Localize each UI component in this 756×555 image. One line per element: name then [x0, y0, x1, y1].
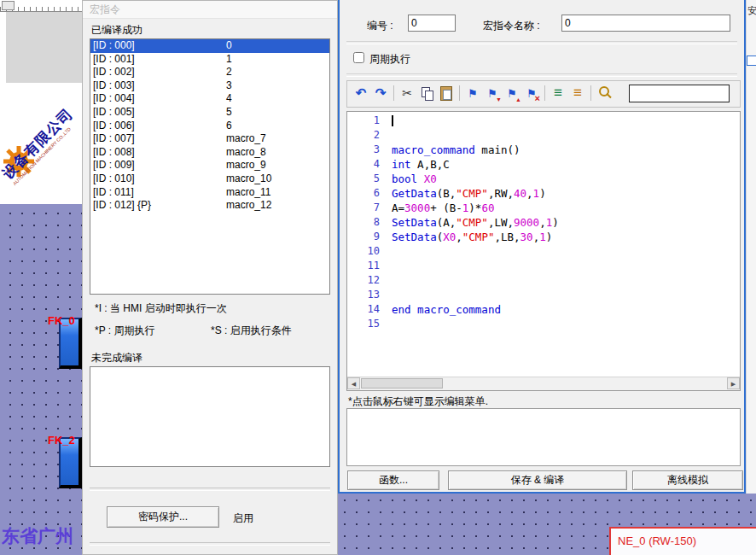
bookmark-clear-icon[interactable] — [522, 83, 541, 103]
cut-icon[interactable] — [398, 83, 416, 103]
macro-name-label: 宏指令名称 : — [483, 19, 540, 33]
undo-icon[interactable] — [352, 83, 370, 103]
note-condition: *S : 启用执行条件 — [211, 324, 292, 338]
editor-hint: *点击鼠标右键可显示编辑菜单. — [348, 394, 488, 409]
toolbar-separator — [393, 85, 394, 101]
macro-list-item[interactable]: [ID : 008]macro_8 — [90, 146, 329, 160]
toolbar-separator — [590, 85, 591, 101]
copy-icon[interactable] — [417, 83, 436, 103]
macro-list-item[interactable]: [ID : 001]1 — [90, 53, 329, 67]
message-area[interactable] — [346, 408, 741, 466]
toolbar-separator — [544, 85, 545, 101]
macro-name-input[interactable] — [561, 15, 730, 32]
redo-icon[interactable] — [371, 83, 390, 103]
separator — [346, 73, 737, 77]
fk0-label: FK_0 — [48, 314, 75, 327]
separator — [90, 542, 330, 546]
macro-list[interactable]: [ID : 000]0[ID : 001]1[ID : 002]2[ID : 0… — [90, 38, 330, 295]
macro-list-item[interactable]: [ID : 009]macro_9 — [90, 159, 329, 172]
separator — [346, 41, 737, 44]
uncompiled-header: 未完成编译 — [91, 351, 142, 365]
password-state-label: 启用 — [233, 511, 253, 526]
window-object-fk2[interactable]: FK_2 — [48, 429, 82, 490]
macro-list-item[interactable]: [ID : 002]2 — [90, 66, 329, 79]
scroll-right-button[interactable]: ▶ — [727, 377, 740, 389]
horizontal-ruler — [0, 0, 82, 12]
macro-number-label: 编号 : — [367, 19, 393, 33]
macro-list-dialog-title: 宏指令 — [83, 1, 337, 19]
periodic-checkbox-label: 周期执行 — [369, 52, 410, 67]
scrollbar-thumb[interactable] — [361, 378, 443, 388]
note-periodic: *P : 周期执行 — [95, 324, 154, 338]
periodic-checkbox[interactable] — [353, 52, 364, 63]
macro-number-input[interactable] — [408, 15, 456, 32]
save-compile-button[interactable]: 保存 & 编译 — [448, 470, 627, 490]
editor-toolbar — [346, 80, 741, 108]
compiled-header: 已编译成功 — [91, 23, 142, 38]
macro-list-item[interactable]: [ID : 005]5 — [90, 106, 329, 120]
toolbox-panel — [0, 12, 83, 83]
macro-list-item[interactable]: [ID : 000]0 — [90, 39, 329, 53]
text-cursor — [392, 115, 393, 126]
functions-button[interactable]: 函数... — [347, 470, 439, 490]
function-list-icon[interactable] — [568, 83, 587, 103]
macro-list-item[interactable]: [ID : 007]macro_7 — [90, 132, 329, 146]
scroll-left-button[interactable]: ◀ — [347, 377, 360, 389]
canvas-text-label: 东省广州 — [2, 524, 82, 548]
numeric-object-ne0[interactable]: NE_0 (RW-150) — [609, 527, 756, 555]
offline-sim-button[interactable]: 离线模拟 — [632, 470, 743, 490]
macro-list-item[interactable]: [ID : 011]macro_11 — [90, 186, 329, 200]
bookmark-toggle-icon[interactable] — [463, 83, 482, 103]
code-editor[interactable]: 123456789101112131415 macro_command main… — [346, 111, 741, 391]
macro-editor-dialog: 编号 : 宏指令名称 : 周期执行 123456789101112131415 … — [338, 0, 746, 494]
macro-list-item[interactable]: [ID : 012] {P}macro_12 — [90, 199, 329, 213]
hmi-editor-workspace: AUTOMATION MACHINERY CO.,LTD 设备有限公司 FK_0… — [0, 0, 756, 555]
right-panel-label: 安 — [747, 4, 756, 17]
right-panel-checkbox[interactable] — [747, 56, 756, 66]
separator — [90, 488, 330, 491]
paste-icon[interactable] — [437, 83, 456, 103]
right-panel: 安 — [746, 0, 756, 494]
bookmark-prev-icon[interactable] — [503, 83, 521, 103]
macro-list-dialog: 宏指令 已编译成功 [ID : 000]0[ID : 001]1[ID : 00… — [82, 0, 338, 555]
note-startup: *I : 当 HMI 启动时即执行一次 — [95, 301, 227, 316]
search-icon[interactable] — [595, 83, 614, 103]
ne0-label: NE_0 (RW-150) — [618, 535, 696, 547]
bookmark-next-icon[interactable] — [483, 83, 502, 103]
uncompiled-list[interactable] — [90, 366, 330, 467]
goto-line-icon[interactable] — [549, 83, 567, 103]
toolbar-separator — [459, 85, 460, 101]
code-gutter: 123456789101112131415 — [347, 114, 387, 331]
company-logo: AUTOMATION MACHINERY CO.,LTD 设备有限公司 — [0, 83, 82, 204]
toolbar-search-input[interactable] — [629, 85, 730, 102]
window-object-fk0[interactable]: FK_0 — [48, 309, 82, 371]
editor-toolbar-icons — [352, 83, 614, 103]
macro-list-item[interactable]: [ID : 004]4 — [90, 92, 329, 106]
macro-list-item[interactable]: [ID : 010]macro_10 — [90, 172, 329, 186]
fk2-label: FK_2 — [48, 434, 75, 447]
editor-horizontal-scrollbar[interactable]: ◀ ▶ — [347, 377, 740, 390]
code-lines: macro_command main()int A,B,Cbool X0GetD… — [392, 114, 740, 331]
macro-list-item[interactable]: [ID : 003]3 — [90, 79, 329, 93]
password-protect-button[interactable]: 密码保护... — [107, 506, 219, 528]
macro-list-item[interactable]: [ID : 006]6 — [90, 120, 329, 133]
